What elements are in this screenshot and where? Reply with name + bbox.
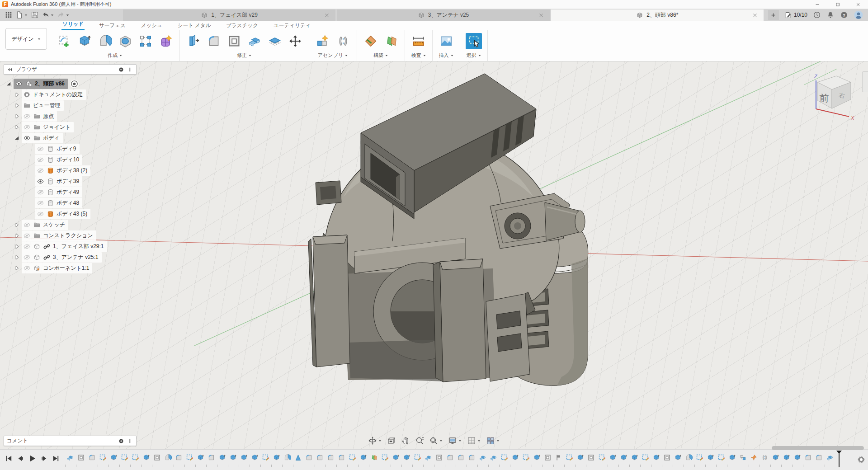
display-settings-button[interactable] bbox=[447, 435, 463, 446]
expander-icon[interactable] bbox=[14, 221, 20, 228]
timeline-feature-shell[interactable] bbox=[663, 454, 671, 461]
timeline-feature-sketch[interactable] bbox=[132, 454, 139, 461]
document-tab[interactable]: 2、頭部 v86* bbox=[551, 9, 764, 21]
tab-close-button[interactable] bbox=[752, 12, 758, 19]
save-button[interactable] bbox=[31, 11, 39, 19]
visibility-off-icon[interactable] bbox=[37, 167, 44, 174]
collapse-panel-icon[interactable] bbox=[7, 66, 13, 73]
timeline-feature-extrude[interactable] bbox=[403, 454, 410, 461]
timeline-feature-fillet[interactable] bbox=[804, 454, 812, 461]
timeline-feature-sketch[interactable] bbox=[566, 454, 573, 461]
select-tool-button[interactable] bbox=[466, 33, 482, 49]
timeline-feature-extrude[interactable] bbox=[142, 454, 150, 461]
timeline-feature-sketch[interactable] bbox=[696, 454, 703, 461]
tab-close-button[interactable] bbox=[538, 12, 544, 19]
visibility-on-icon[interactable] bbox=[15, 80, 23, 88]
tree-item[interactable]: ボディ39 bbox=[35, 176, 82, 187]
expander-icon[interactable] bbox=[14, 113, 20, 120]
timeline-feature-plane[interactable] bbox=[370, 454, 378, 461]
timeline-feature-flag[interactable] bbox=[555, 454, 562, 461]
group-dropdown[interactable]: 修正 bbox=[237, 51, 252, 61]
timeline-feature-extrude[interactable] bbox=[240, 454, 248, 461]
tree-item[interactable]: ボディ43 (5) bbox=[35, 209, 90, 219]
ribbon-tab-ソリッド[interactable]: ソリッド bbox=[61, 21, 85, 30]
timeline-feature-shell[interactable] bbox=[587, 454, 595, 461]
timeline-feature-extrude[interactable] bbox=[631, 454, 638, 461]
visibility-off-icon[interactable] bbox=[37, 210, 44, 218]
tab-close-button[interactable] bbox=[324, 12, 330, 19]
tree-item[interactable]: コンストラクション bbox=[22, 230, 96, 241]
file-menu-button[interactable] bbox=[15, 11, 28, 19]
visibility-off-icon[interactable] bbox=[37, 188, 44, 196]
timeline-feature-extrude[interactable] bbox=[707, 454, 714, 461]
timeline-feature-sketch[interactable] bbox=[381, 454, 389, 461]
timeline-feature-combine[interactable] bbox=[479, 454, 486, 461]
visibility-off-icon[interactable] bbox=[23, 113, 31, 120]
timeline-settings-button[interactable] bbox=[857, 455, 866, 464]
tree-item[interactable]: ドキュメントの設定 bbox=[22, 89, 86, 100]
grid-settings-button[interactable] bbox=[466, 435, 482, 446]
ribbon-tab-ユーティリティ[interactable]: ユーティリティ bbox=[273, 22, 311, 30]
joint-tool-button[interactable] bbox=[335, 33, 351, 49]
job-status-button[interactable]: 10/10 bbox=[784, 11, 807, 19]
timeline-playhead[interactable] bbox=[839, 451, 840, 467]
expander-icon[interactable] bbox=[14, 135, 20, 141]
timeline-feature-fillet[interactable] bbox=[305, 454, 313, 461]
tree-item[interactable]: ボディ10 bbox=[35, 155, 82, 165]
visibility-off-icon[interactable] bbox=[23, 221, 31, 229]
tree-item[interactable]: 原点 bbox=[22, 111, 57, 122]
timeline-feature-sketch[interactable] bbox=[99, 454, 107, 461]
tree-item[interactable]: 2、頭部 v86 bbox=[14, 79, 68, 89]
visibility-off-icon[interactable] bbox=[23, 232, 31, 240]
tree-item[interactable]: ボディ48 bbox=[35, 198, 82, 208]
add-comment-icon[interactable] bbox=[118, 438, 124, 444]
window-minimize-button[interactable] bbox=[807, 0, 827, 9]
orbit-button[interactable] bbox=[367, 435, 383, 446]
tree-item[interactable]: ボディ49 bbox=[35, 187, 82, 197]
timeline-feature-extrude[interactable] bbox=[359, 454, 367, 461]
visibility-off-icon[interactable] bbox=[37, 199, 44, 207]
redo-button[interactable] bbox=[57, 11, 70, 19]
expander-icon[interactable] bbox=[14, 91, 20, 98]
ribbon-tab-メッシュ[interactable]: メッシュ bbox=[140, 22, 163, 30]
ribbon-tab-サーフェス[interactable]: サーフェス bbox=[98, 22, 127, 30]
canvas-tool-button[interactable] bbox=[438, 33, 454, 49]
timeline-feature-extrude[interactable] bbox=[576, 454, 584, 461]
revolve-tool-button[interactable] bbox=[97, 33, 113, 49]
timeline-feature-sketch[interactable] bbox=[121, 454, 128, 461]
timeline-feature-extrude[interactable] bbox=[229, 454, 237, 461]
fillet-tool-button[interactable] bbox=[206, 33, 222, 49]
timeline-feature-shell[interactable] bbox=[544, 454, 552, 461]
timeline-feature-extrude[interactable] bbox=[652, 454, 660, 461]
expander-icon[interactable] bbox=[14, 243, 20, 250]
timeline-feature-fillet[interactable] bbox=[815, 454, 823, 461]
timeline-feature-component[interactable] bbox=[739, 454, 747, 461]
document-tab[interactable]: 1、フェイス部 v29 bbox=[123, 9, 335, 21]
hole-tool-button[interactable] bbox=[117, 33, 133, 49]
construct-plane-tool-button[interactable] bbox=[363, 33, 379, 49]
timeline-feature-combine[interactable] bbox=[425, 454, 432, 461]
view-cube[interactable]: 前 右 Z X bbox=[804, 66, 862, 124]
visibility-off-icon[interactable] bbox=[23, 243, 31, 250]
timeline-feature-pin[interactable] bbox=[750, 454, 758, 461]
shell-tool-button[interactable] bbox=[226, 33, 242, 49]
tree-item[interactable]: 3、アンテナ v25:1 bbox=[22, 252, 102, 263]
zoom-button[interactable] bbox=[414, 435, 425, 446]
timeline-feature-combine[interactable] bbox=[490, 454, 497, 461]
tree-item[interactable]: ボディ9 bbox=[35, 144, 80, 154]
look-at-button[interactable] bbox=[386, 435, 397, 446]
tree-item[interactable]: ジョイント bbox=[22, 122, 74, 132]
timeline-feature-fillet[interactable] bbox=[316, 454, 324, 461]
tree-item[interactable]: 1、フェイス部 v29:1 bbox=[22, 241, 107, 252]
timeline-feature-shell[interactable] bbox=[435, 454, 443, 461]
expander-icon[interactable] bbox=[14, 254, 20, 261]
timeline-scrollbar[interactable] bbox=[772, 446, 864, 450]
timeline-feature-extrude[interactable] bbox=[511, 454, 519, 461]
timeline-feature-joint[interactable] bbox=[761, 454, 769, 461]
timeline-feature-sketch[interactable] bbox=[717, 454, 725, 461]
timeline-feature-fillet[interactable] bbox=[327, 454, 335, 461]
timeline-feature-extrude[interactable] bbox=[110, 454, 118, 461]
combine-tool-button[interactable] bbox=[246, 33, 263, 49]
timeline-feature-extrude[interactable] bbox=[772, 454, 779, 461]
timeline-feature-shell[interactable] bbox=[153, 454, 161, 461]
